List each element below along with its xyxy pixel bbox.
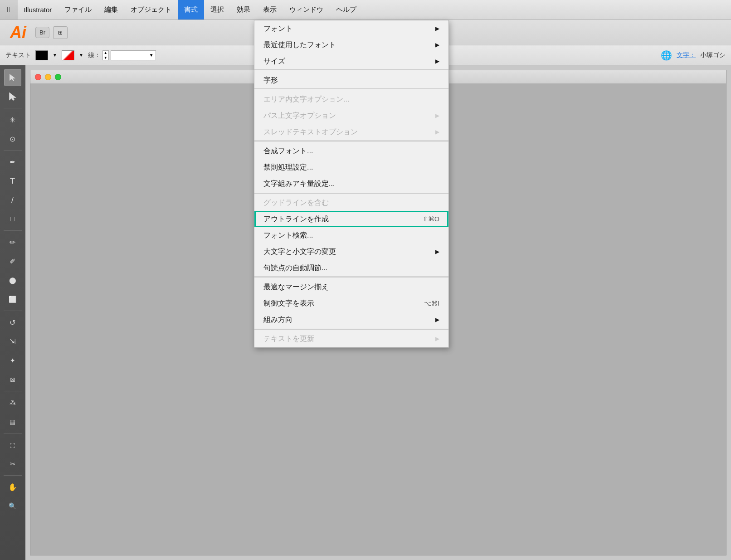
menu-item-mojikumi[interactable]: 文字組みアキ量設定... — [254, 175, 448, 192]
fill-color-dropdown[interactable]: ▼ — [53, 53, 57, 58]
app-menu-file[interactable]: ファイル — [58, 0, 98, 19]
line-tool-button[interactable]: / — [4, 191, 21, 209]
menu-item-thread-text[interactable]: スレッドテキストオプション ▶ — [254, 124, 448, 140]
app-menu-view[interactable]: 表示 — [257, 0, 283, 19]
puppet-warp-tool-button[interactable]: ✦ — [4, 352, 21, 369]
eraser-tool-button[interactable]: ⬜ — [4, 291, 21, 308]
symbol-sprayer-tool-button[interactable]: ⁂ — [4, 394, 21, 411]
menu-divider-6 — [254, 329, 448, 330]
br-button[interactable]: Br — [35, 27, 49, 38]
menu-item-writing-direction[interactable]: 組み方向 ▶ — [254, 312, 448, 328]
pencil-tool-button[interactable]: ✐ — [4, 253, 21, 270]
app-menu-illustrator[interactable]: Illustrator — [18, 0, 58, 19]
menu-item-path-type[interactable]: パス上文字オプション ▶ — [254, 107, 448, 124]
magic-wand-tool-button[interactable]: ✳ — [4, 111, 21, 128]
text-label: テキスト — [5, 51, 31, 59]
scale-tool-button[interactable]: ⇲ — [4, 333, 21, 350]
magic-wand-icon: ✳ — [10, 116, 15, 124]
menu-item-glyphs[interactable]: 字形 — [254, 72, 448, 88]
menu-divider-2 — [254, 90, 448, 90]
menu-item-find-font[interactable]: フォント検索... — [254, 227, 448, 243]
menu-item-path-type-label: パス上文字オプション — [263, 111, 435, 121]
menu-item-punctuation[interactable]: 句読点の自動調節... — [254, 260, 448, 276]
type-menu-dropdown: フォント ▶ 最近使用したフォント ▶ サイズ ▶ 字形 エリア内文字オプション… — [254, 20, 449, 348]
menu-item-create-outlines-shortcut: ⇧⌘O — [423, 215, 439, 223]
app-menu-effect[interactable]: 効果 — [230, 0, 257, 19]
direct-selection-tool-button[interactable] — [4, 88, 21, 105]
pencil-icon: ✐ — [10, 257, 15, 266]
menu-item-font-label: フォント — [263, 24, 435, 34]
free-transform-tool-button[interactable]: ⊠ — [4, 371, 21, 388]
app-menu-select[interactable]: 選択 — [204, 0, 230, 19]
rotate-icon: ↺ — [10, 318, 15, 327]
menu-item-update-text[interactable]: テキストを更新 ▶ — [254, 331, 448, 347]
menu-item-show-hidden-chars-label: 制御文字を表示 — [263, 299, 424, 308]
menu-item-show-hidden-chars[interactable]: 制御文字を表示 ⌥⌘I — [254, 295, 448, 312]
menu-section-glyphs: 字形 — [254, 72, 448, 89]
slice-tool-button[interactable]: ✂ — [4, 455, 21, 472]
rotate-tool-button[interactable]: ↺ — [4, 314, 21, 331]
zoom-tool-button[interactable]: 🔍 — [4, 497, 21, 515]
stroke-color-swatch[interactable] — [62, 50, 74, 60]
menu-item-change-case-label: 大文字と小文字の変更 — [263, 247, 435, 257]
app-menu-window[interactable]: ウィンドウ — [283, 0, 330, 19]
line-icon: / — [11, 195, 14, 205]
menu-item-size[interactable]: サイズ ▶ — [254, 53, 448, 69]
eraser-icon: ⬜ — [9, 296, 16, 303]
menu-divider-1 — [254, 71, 448, 71]
app-menu-help[interactable]: ヘルプ — [330, 0, 363, 19]
stroke-color-dropdown[interactable]: ▼ — [79, 53, 83, 58]
menu-item-composite-font[interactable]: 合成フォント... — [254, 143, 448, 159]
update-text-arrow: ▶ — [435, 336, 439, 342]
puppet-warp-icon: ✦ — [10, 357, 15, 364]
minimize-button[interactable] — [45, 74, 51, 80]
graph-tool-button[interactable]: ▦ — [4, 413, 21, 430]
app-menu-edit[interactable]: 編集 — [98, 0, 124, 19]
svg-marker-1 — [10, 93, 15, 100]
type-tool-button[interactable]: T — [4, 172, 21, 190]
language-globe-icon[interactable]: 🌐 — [661, 50, 672, 61]
menu-item-writing-direction-label: 組み方向 — [263, 315, 435, 325]
menu-section-japanese: 合成フォント... 禁則処理設定... 文字組みアキ量設定... — [254, 143, 448, 192]
character-label[interactable]: 文字： — [677, 51, 696, 59]
menu-item-show-hidden-chars-shortcut: ⌥⌘I — [424, 300, 439, 307]
maximize-button[interactable] — [55, 74, 61, 80]
menu-item-recent-fonts[interactable]: 最近使用したフォント ▶ — [254, 37, 448, 53]
close-button[interactable] — [35, 74, 41, 80]
workspace-button[interactable]: ⊞ — [53, 26, 68, 39]
rect-icon: □ — [10, 215, 15, 223]
app-menu-object[interactable]: オブジェクト — [124, 0, 178, 19]
blob-brush-icon: ⬤ — [9, 277, 16, 284]
lasso-tool-button[interactable]: ⊙ — [4, 130, 21, 147]
selection-tool-button[interactable] — [4, 69, 21, 86]
menu-item-area-type[interactable]: エリア内文字オプション... — [254, 91, 448, 107]
menu-item-font[interactable]: フォント ▶ — [254, 20, 448, 37]
menu-item-optical-align[interactable]: 最適なマージン揃え — [254, 279, 448, 295]
menu-item-find-font-label: フォント検索... — [263, 231, 439, 240]
hand-tool-button[interactable]: ✋ — [4, 478, 21, 496]
blob-brush-tool-button[interactable]: ⬤ — [4, 272, 21, 289]
menu-section-display: 最適なマージン揃え 制御文字を表示 ⌥⌘I 組み方向 ▶ — [254, 279, 448, 328]
stroke-dropdown[interactable]: ▼ — [111, 50, 156, 60]
rect-tool-button[interactable]: □ — [4, 210, 21, 228]
menu-item-composite-font-label: 合成フォント... — [263, 146, 439, 156]
menu-item-optical-margin[interactable]: グッドラインを含む — [254, 195, 448, 211]
menu-item-create-outlines[interactable]: アウトラインを作成 ⇧⌘O — [254, 211, 448, 227]
brush-tool-button[interactable]: ✏ — [4, 234, 21, 251]
tool-separator-3 — [4, 230, 22, 231]
apple-menu[interactable]:  — [0, 0, 18, 19]
stroke-width-stepper[interactable]: ▲ ▼ — [103, 50, 108, 60]
artboard-icon: ⬚ — [10, 441, 15, 448]
svg-marker-0 — [10, 74, 15, 81]
font-submenu-arrow: ▶ — [435, 25, 439, 32]
pen-tool-button[interactable]: ✒ — [4, 153, 21, 170]
fill-color-swatch[interactable] — [35, 50, 48, 60]
symbol-sprayer-icon: ⁂ — [10, 399, 16, 406]
menu-item-kinsoku[interactable]: 禁則処理設定... — [254, 159, 448, 175]
recent-fonts-submenu-arrow: ▶ — [435, 42, 439, 48]
menu-item-mojikumi-label: 文字組みアキ量設定... — [263, 179, 439, 189]
menu-item-size-label: サイズ — [263, 57, 435, 66]
app-menu-type[interactable]: 書式 — [178, 0, 204, 19]
menu-item-change-case[interactable]: 大文字と小文字の変更 ▶ — [254, 243, 448, 260]
artboard-tool-button[interactable]: ⬚ — [4, 436, 21, 453]
